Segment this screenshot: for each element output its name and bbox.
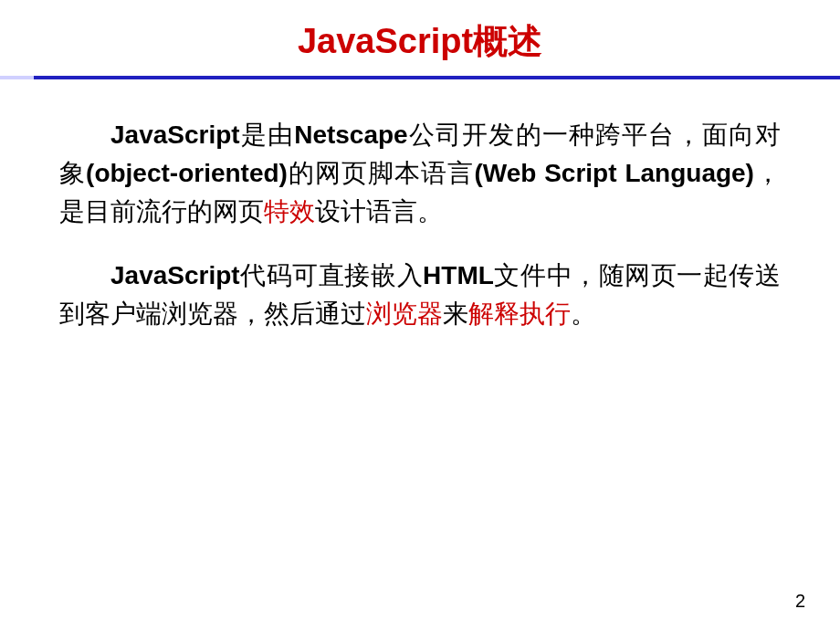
paragraph-2: JavaScript代码可直接嵌入HTML文件中，随网页一起传送到客户端浏览器，… — [59, 257, 781, 333]
paragraph-1: JavaScript是由Netscape公司开发的一种跨平台，面向对象(obje… — [59, 116, 781, 231]
page-number: 2 — [795, 591, 805, 612]
slide-content: JavaScript是由Netscape公司开发的一种跨平台，面向对象(obje… — [0, 79, 840, 333]
slide-title: JavaScript概述 — [0, 0, 840, 74]
p1-bold-4: (Web Script Language) — [474, 159, 754, 187]
p1-text-1: 是由 — [240, 121, 295, 149]
p1-text-5: 设计语言。 — [315, 197, 443, 226]
p1-highlight-1: 特效 — [264, 197, 315, 226]
p2-highlight-1: 浏览器 — [366, 299, 443, 328]
p2-text-4: 。 — [571, 299, 596, 328]
p2-highlight-2: 解释执行 — [468, 299, 571, 328]
p1-bold-3: (object-oriented) — [86, 159, 288, 187]
p2-text-1: 代码可直接嵌入 — [240, 261, 423, 289]
p2-bold-1: JavaScript — [110, 261, 240, 289]
p1-bold-2: Netscape — [294, 121, 408, 149]
p1-text-3: 的网页脚本语言 — [288, 159, 474, 187]
p2-text-3: 来 — [443, 299, 468, 328]
p2-bold-2: HTML — [423, 261, 494, 289]
p1-bold-1: JavaScript — [110, 121, 240, 149]
